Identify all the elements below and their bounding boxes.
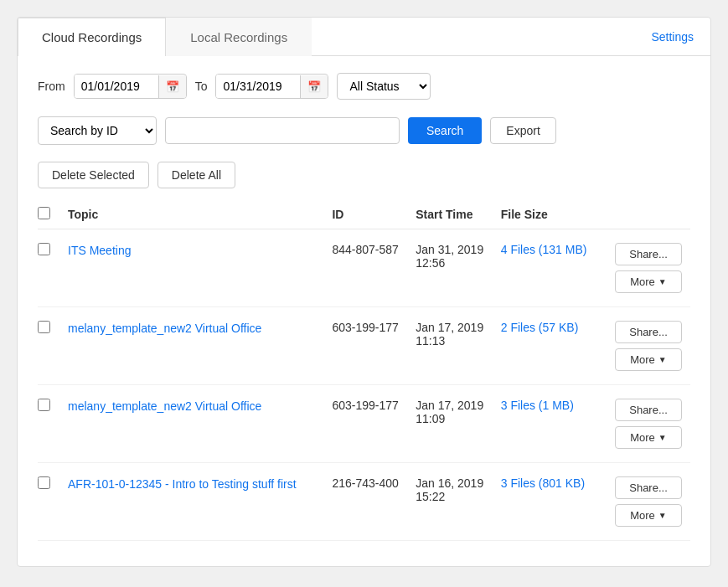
row-checkbox[interactable] bbox=[38, 321, 50, 333]
from-label: From bbox=[38, 80, 65, 93]
file-size-cell: 2 Files (57 KB) bbox=[501, 307, 607, 385]
to-label: To bbox=[195, 80, 208, 93]
more-button[interactable]: More ▼ bbox=[615, 348, 682, 371]
topic-link[interactable]: melany_template_new2 Virtual Office bbox=[68, 399, 323, 415]
table-row: melany_template_new2 Virtual Office 603-… bbox=[38, 307, 690, 385]
file-size-cell: 3 Files (1 MB) bbox=[501, 385, 607, 463]
file-size-cell: 3 Files (801 KB) bbox=[501, 463, 607, 541]
calendar-icon-2: 📅 bbox=[307, 80, 321, 93]
table-row: melany_template_new2 Virtual Office 603-… bbox=[38, 385, 690, 463]
table-row: ITS Meeting 844-807-587 Jan 31, 201912:5… bbox=[38, 229, 690, 307]
from-date-wrap: 📅 bbox=[74, 74, 187, 99]
start-time-header: Start Time bbox=[416, 200, 501, 229]
row-checkbox[interactable] bbox=[38, 399, 50, 411]
filter-row: From 📅 To 📅 All Status Completed Process… bbox=[18, 56, 710, 108]
main-container: Cloud Recordings Local Recordings Settin… bbox=[17, 17, 711, 567]
status-select[interactable]: All Status Completed Processing Failed bbox=[337, 73, 431, 100]
tab-local-recordings[interactable]: Local Recordings bbox=[166, 18, 312, 56]
row-btn-group: Share... More ▼ bbox=[607, 476, 682, 527]
topic-link[interactable]: AFR-101-0-12345 - Intro to Testing stuff… bbox=[68, 476, 323, 493]
action-cell: Share... More ▼ bbox=[607, 229, 690, 307]
share-button[interactable]: Share... bbox=[615, 321, 682, 343]
recordings-table: Topic ID Start Time File Size ITS Meetin… bbox=[38, 200, 690, 541]
topic-cell: AFR-101-0-12345 - Intro to Testing stuff… bbox=[68, 463, 332, 541]
start-time-cell: Jan 16, 201915:22 bbox=[416, 463, 501, 541]
start-time-cell: Jan 31, 201912:56 bbox=[416, 229, 501, 307]
select-all-checkbox[interactable] bbox=[38, 207, 50, 219]
row-checkbox[interactable] bbox=[38, 476, 50, 489]
row-checkbox-cell bbox=[38, 463, 68, 541]
chevron-down-icon: ▼ bbox=[658, 277, 667, 286]
file-size-link[interactable]: 4 Files (131 MB) bbox=[501, 243, 587, 256]
to-date-input[interactable] bbox=[216, 75, 300, 98]
select-all-header bbox=[38, 200, 68, 229]
topic-header: Topic bbox=[68, 200, 332, 229]
id-cell: 603-199-177 bbox=[332, 307, 416, 385]
id-cell: 216-743-400 bbox=[332, 463, 416, 541]
calendar-icon: 📅 bbox=[166, 80, 179, 93]
file-size-link[interactable]: 3 Files (1 MB) bbox=[501, 399, 574, 412]
row-checkbox-cell bbox=[38, 307, 68, 385]
from-date-input[interactable] bbox=[75, 75, 158, 98]
actions-header bbox=[607, 200, 690, 229]
search-row: Search by ID Search by Topic Search Expo… bbox=[18, 108, 710, 162]
tab-cloud-recordings[interactable]: Cloud Recordings bbox=[18, 18, 166, 56]
more-button[interactable]: More ▼ bbox=[615, 270, 682, 293]
topic-cell: melany_template_new2 Virtual Office bbox=[68, 307, 332, 385]
id-cell: 603-199-177 bbox=[332, 385, 416, 463]
table-header-row: Topic ID Start Time File Size bbox=[38, 200, 690, 229]
start-time: Jan 17, 201911:13 bbox=[416, 321, 483, 348]
from-calendar-button[interactable]: 📅 bbox=[158, 75, 186, 98]
topic-link[interactable]: melany_template_new2 Virtual Office bbox=[68, 321, 323, 337]
file-size-link[interactable]: 3 Files (801 KB) bbox=[501, 476, 585, 490]
id-cell: 844-807-587 bbox=[332, 229, 416, 307]
chevron-down-icon: ▼ bbox=[658, 355, 667, 364]
row-btn-group: Share... More ▼ bbox=[607, 243, 682, 293]
start-time-cell: Jan 17, 201911:13 bbox=[416, 307, 501, 385]
export-button[interactable]: Export bbox=[490, 117, 555, 144]
tabs-bar: Cloud Recordings Local Recordings Settin… bbox=[18, 18, 710, 56]
action-row: Delete Selected Delete All bbox=[18, 162, 710, 200]
recordings-table-wrap: Topic ID Start Time File Size ITS Meetin… bbox=[18, 200, 710, 541]
delete-all-button[interactable]: Delete All bbox=[157, 162, 235, 188]
row-checkbox[interactable] bbox=[38, 243, 50, 255]
action-cell: Share... More ▼ bbox=[607, 385, 690, 463]
share-button[interactable]: Share... bbox=[615, 243, 682, 265]
search-input[interactable] bbox=[165, 117, 400, 144]
start-time: Jan 31, 201912:56 bbox=[416, 243, 483, 270]
start-time: Jan 17, 201911:09 bbox=[416, 399, 483, 425]
action-cell: Share... More ▼ bbox=[607, 463, 690, 541]
topic-cell: ITS Meeting bbox=[68, 229, 332, 307]
search-button[interactable]: Search bbox=[408, 117, 482, 144]
share-button[interactable]: Share... bbox=[615, 476, 682, 499]
action-cell: Share... More ▼ bbox=[607, 307, 690, 385]
file-size-header: File Size bbox=[501, 200, 607, 229]
to-date-wrap: 📅 bbox=[215, 74, 328, 99]
start-time: Jan 16, 201915:22 bbox=[416, 476, 483, 503]
delete-selected-button[interactable]: Delete Selected bbox=[38, 162, 149, 188]
chevron-down-icon: ▼ bbox=[658, 433, 667, 442]
row-btn-group: Share... More ▼ bbox=[607, 321, 682, 371]
row-checkbox-cell bbox=[38, 229, 68, 307]
chevron-down-icon: ▼ bbox=[658, 511, 667, 520]
start-time-cell: Jan 17, 201911:09 bbox=[416, 385, 501, 463]
row-btn-group: Share... More ▼ bbox=[607, 399, 682, 449]
row-checkbox-cell bbox=[38, 385, 68, 463]
table-row: AFR-101-0-12345 - Intro to Testing stuff… bbox=[38, 463, 690, 541]
more-button[interactable]: More ▼ bbox=[615, 426, 682, 449]
file-size-link[interactable]: 2 Files (57 KB) bbox=[501, 321, 579, 334]
topic-cell: melany_template_new2 Virtual Office bbox=[68, 385, 332, 463]
id-header: ID bbox=[332, 200, 416, 229]
share-button[interactable]: Share... bbox=[615, 399, 682, 421]
topic-link[interactable]: ITS Meeting bbox=[68, 243, 323, 260]
file-size-cell: 4 Files (131 MB) bbox=[501, 229, 607, 307]
search-by-select[interactable]: Search by ID Search by Topic bbox=[38, 116, 157, 145]
more-button[interactable]: More ▼ bbox=[615, 504, 682, 527]
to-calendar-button[interactable]: 📅 bbox=[300, 75, 328, 98]
settings-link[interactable]: Settings bbox=[651, 30, 694, 44]
